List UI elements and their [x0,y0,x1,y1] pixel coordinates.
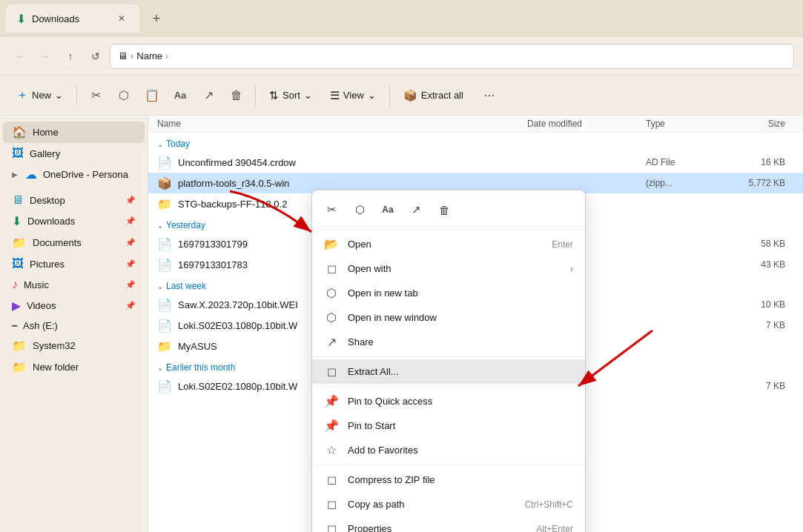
copy-button[interactable]: ⬡ [111,83,136,108]
delete-button[interactable]: 🗑 [224,83,249,108]
sidebar-item-system32[interactable]: 📁 System32 [3,335,145,356]
sidebar-item-desktop[interactable]: 🖥 Desktop 📌 [3,190,145,210]
back-button[interactable]: ← [9,45,31,67]
file1799-name: 1697913301799 [178,239,248,250]
address-path[interactable]: 🖥 › Name › [110,44,794,69]
myasus-name: MyASUS [178,341,217,352]
cut-button[interactable]: ✂ [83,83,108,108]
sidebar-item-documents[interactable]: 📁 Documents 📌 [3,232,145,253]
cm-share-icon: ↗ [324,335,339,349]
lokis02e02-icon: 📄 [157,379,172,393]
today-chevron: ⌄ [157,140,163,148]
view-icon: ☰ [330,89,340,102]
active-tab[interactable]: ⬇ Downloads ✕ [6,4,139,33]
paste-button[interactable]: 📋 [139,83,165,108]
cm-cut-button[interactable]: ✂ [318,198,345,222]
sort-chevron: ⌄ [304,90,312,101]
sidebar-item-videos[interactable]: ▶ Videos 📌 [3,295,145,316]
sidebar-item-music[interactable]: ♪ Music 📌 [3,274,145,295]
file-row-unconfirmed[interactable]: 📄 Unconfirmed 390454.crdow AD File 16 KB [148,152,803,173]
sidebar-item-pictures[interactable]: 🖼 Pictures 📌 [3,253,145,274]
cm-add-favorites[interactable]: ☆ Add to Favorites [312,438,585,462]
cm-properties-shortcut: Alt+Enter [536,524,573,533]
cm-share[interactable]: ↗ Share [312,330,585,354]
title-bar: ⬇ Downloads ✕ + [0,0,803,37]
sidebar-item-onedrive[interactable]: ▶ ☁ OneDrive - Persona [3,164,145,185]
cm-properties-label: Properties [348,523,527,532]
sidebar-item-gallery[interactable]: 🖼 Gallery [3,143,145,164]
tab-close-button[interactable]: ✕ [114,11,129,26]
main-content: 🏠 Home 🖼 Gallery ▶ ☁ OneDrive - Persona … [0,116,803,532]
up-button[interactable]: ↑ [59,45,82,67]
stg-name: STG-backups-FF-118.0.2 [178,199,287,210]
header-date: Date modified [527,119,646,129]
rename-button[interactable]: Aa [168,83,193,108]
cm-openwith-arrow: › [570,264,573,274]
cm-compress-icon: ◻ [324,473,339,487]
cm-copy-button[interactable]: ⬡ [346,198,373,222]
cm-newwindow-label: Open in new window [348,312,573,323]
address-chevron: › [165,52,168,61]
sidebar: 🏠 Home 🖼 Gallery ▶ ☁ OneDrive - Persona … [0,116,148,532]
cm-open-new-window[interactable]: ⬡ Open in new window [312,305,585,330]
yesterday-chevron: ⌄ [157,222,163,230]
sidebar-item-ash[interactable]: ━ Ash (E:) [3,316,145,335]
cm-pin-quick[interactable]: 📌 Pin to Quick access [312,389,585,413]
cm-copy-path[interactable]: ◻ Copy as path Ctrl+Shift+C [312,492,585,516]
music-pin-icon: 📌 [125,280,136,290]
unconfirmed-size: 16 KB [735,157,794,167]
cm-copypath-label: Copy as path [348,499,516,510]
sawx-size: 10 KB [735,299,794,310]
cm-copypath-shortcut: Ctrl+Shift+C [525,499,573,510]
documents-icon: 📁 [12,236,27,250]
sidebar-documents-label: Documents [33,237,82,248]
cm-rename-button[interactable]: Aa [374,198,401,222]
sidebar-item-home[interactable]: 🏠 Home [3,122,145,143]
extract-all-button[interactable]: 📦 Extract all [396,85,471,106]
new-tab-button[interactable]: + [145,7,168,30]
forward-button[interactable]: → [34,45,56,67]
share-button[interactable]: ↗ [196,83,221,108]
cm-delete-button[interactable]: 🗑 [431,198,457,222]
new-button[interactable]: ＋ New ⌄ [9,84,70,107]
downloads-icon: ⬇ [12,214,22,228]
today-label: Today [166,139,190,149]
sidebar-newfolder-label: New folder [33,362,79,373]
cm-openwith-icon: ◻ [324,262,339,276]
more-button[interactable]: ··· [477,83,502,108]
refresh-button[interactable]: ↺ [85,45,107,67]
onedrive-icon: ☁ [25,167,37,182]
cm-compress[interactable]: ◻ Compress to ZIP file [312,468,585,492]
sidebar-music-label: Music [24,279,49,290]
cm-share-button[interactable]: ↗ [403,198,429,222]
cm-extract-all[interactable]: ◻ Extract All... [312,359,585,384]
toolbar-sep2 [255,85,256,106]
downloads-pin-icon: 📌 [125,216,136,226]
sidebar-item-downloads[interactable]: ⬇ Downloads 📌 [3,210,145,232]
cm-open-label: Open [348,239,543,250]
toolbar-sep1 [76,85,77,106]
lokis02e03-size: 7 KB [735,320,794,330]
ash-icon: ━ [12,321,17,331]
cm-share-label: Share [348,336,573,348]
videos-icon: ▶ [12,299,21,313]
sawx-icon: 📄 [157,298,172,312]
address-downloads: Name [136,50,162,61]
sort-button[interactable]: ⇅ Sort ⌄ [262,85,320,106]
cm-open-with[interactable]: ◻ Open with › [312,256,585,281]
cm-properties-icon: ◻ [324,522,339,532]
address-monitor-icon: 🖥 [118,50,128,61]
view-button[interactable]: ☰ View ⌄ [323,85,383,106]
cm-open-new-tab[interactable]: ⬡ Open in new tab [312,281,585,305]
cm-sep1 [312,229,585,230]
sidebar-pictures-label: Pictures [30,259,65,270]
extract-icon: 📦 [403,89,417,102]
gallery-icon: 🖼 [12,147,24,160]
cm-newtab-label: Open in new tab [348,287,573,299]
cm-open[interactable]: 📂 Open Enter [312,232,585,256]
cm-pinquick-icon: 📌 [324,394,339,408]
cm-properties[interactable]: ◻ Properties Alt+Enter [312,516,585,532]
sidebar-item-newfolder[interactable]: 📁 New folder [3,356,145,378]
new-icon: ＋ [16,87,28,103]
cm-pin-start[interactable]: 📌 Pin to Start [312,413,585,438]
